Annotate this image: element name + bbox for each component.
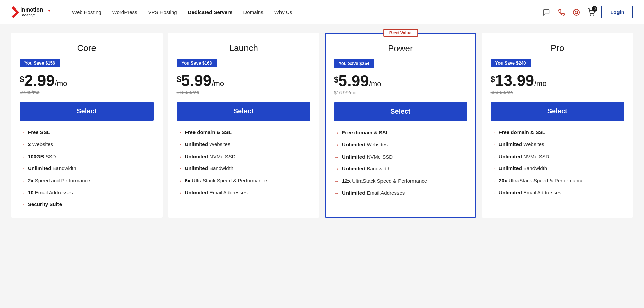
plans-grid: Core You Save $156 $2.99/mo $9.49/mo Sel… bbox=[11, 33, 633, 218]
feature-bold: 20x bbox=[499, 178, 507, 183]
feature-bold: Unlimited bbox=[185, 165, 208, 171]
feature-text: Unlimited Bandwidth bbox=[185, 165, 234, 172]
chat-icon[interactable] bbox=[542, 7, 551, 17]
feature-item: → 2x Speed and Performance bbox=[20, 177, 154, 185]
navbar: inmotion hosting Web Hosting WordPress V… bbox=[0, 0, 644, 24]
feature-text: 2 Websites bbox=[28, 141, 53, 148]
feature-text: Unlimited Email Addresses bbox=[342, 189, 405, 196]
feature-arrow-icon: → bbox=[334, 153, 339, 161]
feature-text: Unlimited NVMe SSD bbox=[342, 153, 393, 160]
feature-arrow-icon: → bbox=[334, 165, 339, 173]
price-current: $2.99/mo bbox=[20, 73, 154, 88]
price-block: $5.99/mo $12.99/mo bbox=[177, 73, 311, 95]
logo[interactable]: inmotion hosting bbox=[11, 4, 58, 20]
svg-point-5 bbox=[575, 11, 578, 13]
select-button-launch[interactable]: Select bbox=[177, 102, 311, 121]
feature-item: → Free domain & SSL bbox=[177, 129, 311, 137]
savings-badge-wrapper: You Save $240 bbox=[491, 59, 625, 73]
feature-item: → Unlimited Websites bbox=[491, 141, 625, 148]
nav-wordpress[interactable]: WordPress bbox=[112, 9, 137, 15]
feature-text: 20x UltraStack Speed & Performance bbox=[499, 177, 584, 184]
feature-arrow-icon: → bbox=[334, 141, 339, 149]
price-block: $5.99/mo $16.99/mo bbox=[334, 73, 467, 95]
feature-arrow-icon: → bbox=[20, 153, 25, 161]
price-original: $16.99/mo bbox=[334, 90, 467, 95]
feature-item: → Free domain & SSL bbox=[334, 129, 467, 137]
price-current: $5.99/mo bbox=[334, 73, 467, 89]
feature-text: 10 Email Addresses bbox=[28, 189, 73, 196]
feature-arrow-icon: → bbox=[20, 189, 25, 197]
feature-bold: Free domain & SSL bbox=[342, 130, 389, 135]
feature-bold: Unlimited bbox=[185, 153, 208, 159]
price-block: $13.99/mo $23.99/mo bbox=[491, 73, 625, 95]
feature-item: → Security Suite bbox=[20, 201, 154, 209]
select-button-power[interactable]: Select bbox=[334, 102, 467, 121]
feature-bold: Unlimited bbox=[185, 141, 208, 147]
svg-line-7 bbox=[577, 13, 579, 14]
svg-marker-0 bbox=[12, 6, 19, 18]
feature-arrow-icon: → bbox=[20, 177, 25, 185]
feature-bold: Free domain & SSL bbox=[499, 129, 546, 135]
feature-item: → 20x UltraStack Speed & Performance bbox=[491, 177, 625, 185]
features-list: → Free SSL → 2 Websites → 100GB SSD → Un… bbox=[20, 129, 154, 209]
feature-text: 2x Speed and Performance bbox=[28, 177, 90, 184]
feature-item: → 10 Email Addresses bbox=[20, 189, 154, 197]
feature-text: Unlimited NVMe SSD bbox=[185, 153, 236, 160]
nav-web-hosting[interactable]: Web Hosting bbox=[72, 9, 101, 15]
feature-bold: Unlimited bbox=[499, 153, 522, 159]
feature-item: → Unlimited Websites bbox=[334, 141, 467, 149]
phone-icon[interactable] bbox=[557, 7, 566, 17]
feature-bold: Unlimited bbox=[499, 189, 522, 195]
feature-bold: Free domain & SSL bbox=[185, 129, 232, 135]
support-icon[interactable] bbox=[572, 7, 581, 17]
price-current: $5.99/mo bbox=[177, 73, 311, 88]
feature-item: → Free SSL bbox=[20, 129, 154, 137]
feature-item: → 6x UltraStack Speed & Performance bbox=[177, 177, 311, 185]
feature-arrow-icon: → bbox=[491, 153, 496, 161]
feature-item: → Unlimited NVMe SSD bbox=[177, 153, 311, 161]
plan-name: Power bbox=[334, 43, 467, 54]
features-list: → Free domain & SSL → Unlimited Websites… bbox=[491, 129, 625, 197]
plan-name: Core bbox=[20, 43, 154, 53]
savings-badge-wrapper: You Save $156 bbox=[20, 59, 154, 73]
savings-badge: You Save $156 bbox=[20, 59, 60, 67]
price-current: $13.99/mo bbox=[491, 73, 625, 88]
select-button-core[interactable]: Select bbox=[20, 102, 154, 121]
nav-dedicated-servers[interactable]: Dedicated Servers bbox=[188, 9, 233, 15]
price-original: $9.49/mo bbox=[20, 90, 154, 95]
feature-item: → Unlimited Bandwidth bbox=[20, 165, 154, 173]
feature-item: → Unlimited Websites bbox=[177, 141, 311, 148]
nav-why-us[interactable]: Why Us bbox=[274, 9, 292, 15]
savings-badge: You Save $240 bbox=[491, 59, 531, 67]
feature-bold: Unlimited bbox=[28, 165, 51, 171]
cart-icon[interactable]: 0 bbox=[587, 7, 596, 17]
feature-bold: Unlimited bbox=[185, 189, 208, 195]
feature-arrow-icon: → bbox=[491, 177, 496, 185]
feature-item: → Unlimited NVMe SSD bbox=[334, 153, 467, 161]
svg-point-3 bbox=[48, 10, 50, 11]
feature-arrow-icon: → bbox=[20, 141, 25, 148]
feature-text: Unlimited Websites bbox=[499, 141, 544, 148]
feature-arrow-icon: → bbox=[491, 165, 496, 173]
feature-bold: Unlimited bbox=[342, 190, 365, 196]
feature-text: 6x UltraStack Speed & Performance bbox=[185, 177, 267, 184]
feature-text: Unlimited Email Addresses bbox=[499, 189, 561, 196]
plan-card-core: Core You Save $156 $2.99/mo $9.49/mo Sel… bbox=[11, 33, 163, 218]
feature-item: → Unlimited Bandwidth bbox=[177, 165, 311, 173]
feature-text: Unlimited Websites bbox=[342, 141, 388, 148]
savings-badge-wrapper: You Save $264 bbox=[334, 59, 467, 73]
feature-bold: 2x bbox=[28, 178, 34, 183]
feature-bold: 10 bbox=[28, 189, 34, 195]
feature-text: Free domain & SSL bbox=[342, 129, 389, 136]
svg-text:inmotion: inmotion bbox=[20, 7, 43, 13]
select-button-pro[interactable]: Select bbox=[491, 102, 625, 121]
feature-text: Free SSL bbox=[28, 129, 50, 136]
feature-text: Security Suite bbox=[28, 201, 62, 208]
feature-arrow-icon: → bbox=[177, 189, 182, 197]
nav-domains[interactable]: Domains bbox=[243, 9, 263, 15]
feature-text: Unlimited NVMe SSD bbox=[499, 153, 549, 160]
feature-bold: 12x bbox=[342, 178, 351, 184]
feature-text: Unlimited Bandwidth bbox=[499, 165, 547, 172]
login-button[interactable]: Login bbox=[601, 6, 633, 18]
nav-vps-hosting[interactable]: VPS Hosting bbox=[148, 9, 177, 15]
